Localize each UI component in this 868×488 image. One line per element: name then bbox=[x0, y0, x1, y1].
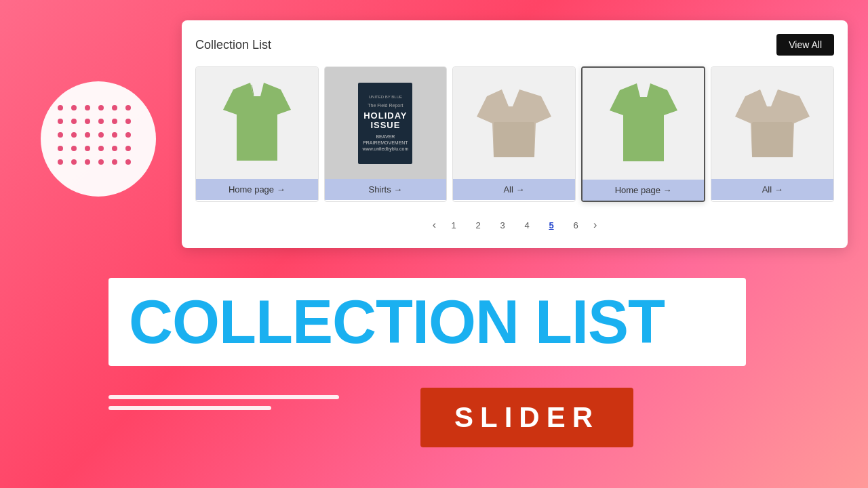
item-label-2: Shirts → bbox=[325, 179, 447, 200]
item-label-4: Home page → bbox=[583, 180, 705, 201]
item-image-2: UNITED BY BLUE The Field Report HOLIDAYI… bbox=[325, 67, 447, 179]
slider-badge: SLIDER bbox=[420, 388, 633, 447]
decorative-lines bbox=[108, 395, 339, 410]
view-all-button[interactable]: View All bbox=[776, 34, 834, 56]
page-5-button[interactable]: 5 bbox=[542, 216, 561, 235]
collection-items-row: Home page → UNITED BY BLUE The Field Rep… bbox=[195, 66, 834, 202]
item-image-4 bbox=[583, 68, 705, 180]
svg-rect-3 bbox=[494, 122, 534, 157]
item-label-5: All → bbox=[711, 179, 833, 200]
bottom-section: COLLECTION LIST SLIDER bbox=[0, 258, 868, 488]
dot-grid-decoration bbox=[58, 105, 134, 167]
item-image-5 bbox=[711, 67, 833, 179]
collection-list-text-banner: COLLECTION LIST bbox=[108, 278, 746, 366]
pagination: ‹ 1 2 3 4 5 6 › bbox=[195, 213, 834, 235]
tshirt-green-icon-2 bbox=[606, 80, 681, 168]
item-label-1: Home page → bbox=[196, 179, 318, 200]
svg-marker-4 bbox=[610, 83, 677, 161]
page-1-button[interactable]: 1 bbox=[444, 216, 463, 235]
collection-item-5[interactable]: All → bbox=[711, 66, 834, 202]
page-6-button[interactable]: 6 bbox=[566, 216, 585, 235]
svg-marker-0 bbox=[223, 83, 291, 161]
collection-item-4[interactable]: Home page → bbox=[581, 66, 706, 202]
item-label-3: All → bbox=[453, 179, 575, 200]
card-header: Collection List View All bbox=[195, 34, 834, 56]
svg-rect-6 bbox=[752, 122, 793, 157]
collection-item-3[interactable]: All → bbox=[452, 66, 576, 202]
collection-item-1[interactable]: Home page → bbox=[195, 66, 319, 202]
page-4-button[interactable]: 4 bbox=[517, 216, 536, 235]
sweater-beige-icon-2 bbox=[732, 83, 813, 164]
collection-list-card: Collection List View All Home page → UNI… bbox=[182, 20, 848, 248]
slider-label: SLIDER bbox=[454, 401, 599, 433]
page-2-button[interactable]: 2 bbox=[469, 216, 488, 235]
tshirt-green-icon bbox=[220, 79, 294, 167]
item-image-1 bbox=[196, 67, 318, 179]
collection-list-big-text: COLLECTION LIST bbox=[129, 291, 726, 352]
prev-page-button[interactable]: ‹ bbox=[430, 216, 439, 234]
page-3-button[interactable]: 3 bbox=[493, 216, 512, 235]
magazine-icon: UNITED BY BLUE The Field Report HOLIDAYI… bbox=[358, 83, 412, 164]
deco-line-2 bbox=[108, 406, 271, 410]
next-page-button[interactable]: › bbox=[591, 216, 599, 234]
card-title: Collection List bbox=[195, 38, 271, 52]
sweater-beige-icon-1 bbox=[473, 83, 555, 164]
item-image-3 bbox=[453, 67, 575, 179]
deco-line-1 bbox=[108, 395, 339, 399]
collection-item-2[interactable]: UNITED BY BLUE The Field Report HOLIDAYI… bbox=[324, 66, 448, 202]
